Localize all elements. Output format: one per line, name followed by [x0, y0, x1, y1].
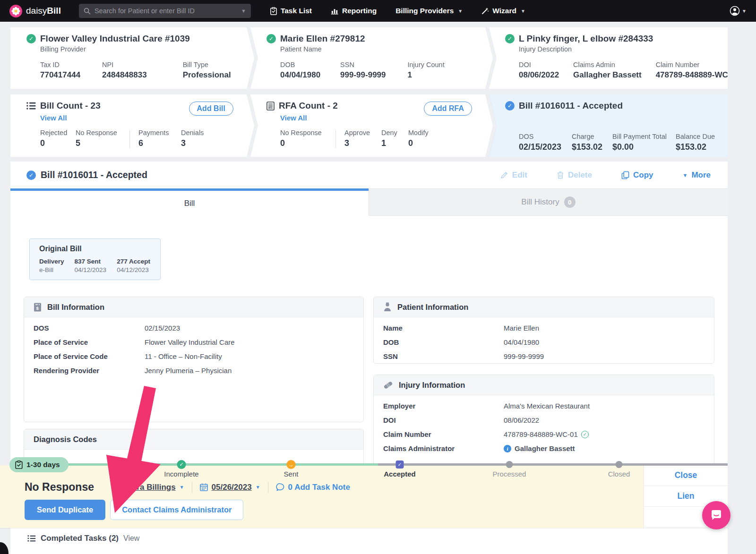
stat-label: Denials	[181, 129, 204, 136]
nav-wizard[interactable]: Wizard▼	[481, 7, 525, 15]
check-circle-icon: ✓	[26, 170, 36, 180]
original-bill-card[interactable]: Original Bill Deliverye-Bill 837 Sent04/…	[29, 239, 161, 280]
injury-card-title: L Pinky finger, L elbow #284333	[519, 34, 653, 44]
row-value: Marie Ellen	[504, 324, 539, 332]
check-circle-icon: ✓	[505, 101, 515, 111]
bill-information-title: Bill Information	[47, 303, 104, 312]
field-label: DOB	[280, 61, 320, 68]
contact-claims-admin-button[interactable]: Contact Claims Administrator	[110, 500, 243, 520]
billing-provider-card[interactable]: ✓ Flower Valley Industrial Care #1039 Bi…	[10, 27, 254, 89]
field-value: 770417444	[40, 70, 80, 80]
search-input[interactable]	[94, 7, 237, 15]
timeline-remaining-line	[378, 463, 728, 466]
stat-label: Modify	[408, 129, 429, 136]
stat-value: 3	[344, 138, 381, 148]
field-value: 04/04/1980	[280, 70, 320, 80]
stat-value: $153.02	[676, 142, 715, 152]
row-label: Claims Administrator	[383, 444, 504, 452]
info-icon: i	[504, 445, 511, 452]
col-value: 04/12/2023	[117, 266, 150, 273]
avatar-icon	[730, 6, 740, 16]
add-bill-button[interactable]: Add Bill	[189, 102, 233, 116]
col-header: 837 Sent	[75, 258, 107, 265]
row-value: 999-99-9999	[504, 352, 544, 360]
step-processed-icon	[506, 461, 513, 468]
chat-launcher-button[interactable]	[702, 501, 730, 529]
brand-logo[interactable]: daisyBill	[9, 5, 61, 17]
tab-bill-history[interactable]: Bill History 0	[369, 188, 728, 216]
history-count-badge: 0	[564, 196, 576, 208]
add-rfa-button[interactable]: Add RFA	[424, 102, 472, 116]
step-sent-icon: →	[287, 460, 296, 469]
rfa-view-all[interactable]: View All	[280, 114, 307, 122]
days-badge: 1-30 days	[9, 457, 69, 472]
brand-name: daisyBill	[26, 6, 61, 16]
more-button[interactable]: ▼ More	[682, 170, 711, 180]
user-menu[interactable]: ▼	[730, 6, 747, 16]
nav-reporting[interactable]: Reporting	[331, 7, 377, 15]
step-closed-icon	[616, 461, 623, 468]
search-dropdown-caret[interactable]: ▼	[241, 8, 246, 14]
field-value: Gallagher Bassett	[573, 70, 642, 80]
stat-value: $0.00	[612, 142, 664, 152]
bill-document-icon: $	[34, 302, 42, 312]
divider	[268, 482, 268, 493]
bill-information-panel: $ Bill Information DOS02/15/2023 Place o…	[24, 297, 364, 422]
edit-button[interactable]: Edit	[500, 170, 527, 180]
add-task-note-link[interactable]: 0 Add Task Note	[276, 483, 350, 492]
close-button[interactable]: Close	[644, 465, 728, 486]
bill-count-view-all[interactable]: View All	[40, 114, 67, 122]
stat-label: DOS	[519, 133, 560, 140]
row-label: SSN	[383, 352, 504, 360]
stat-value: 0	[408, 138, 429, 148]
trash-icon	[557, 171, 564, 179]
row-label: Rendering Provider	[34, 366, 145, 375]
svg-text:RFA: RFA	[268, 107, 273, 110]
field-label: SSN	[340, 61, 386, 68]
copy-button[interactable]: Copy	[621, 170, 653, 180]
step-label-sent: Sent	[284, 470, 299, 478]
calendar-icon	[200, 483, 208, 491]
corner-blob	[0, 542, 9, 554]
selected-bill-card[interactable]: ✓ Bill #1016011 - Accepted DOS02/15/2023…	[489, 94, 728, 157]
stat-label: No Response	[280, 129, 335, 136]
check-circle-icon: ✓	[266, 34, 276, 43]
list-icon	[27, 535, 36, 542]
stat-value: 1	[381, 138, 408, 148]
stat-label: No Response	[76, 129, 129, 136]
global-search[interactable]: ▼	[79, 4, 251, 18]
stat-label: Charge	[572, 133, 601, 140]
row-value: 02/15/2023	[145, 324, 180, 332]
tab-bill[interactable]: Bill	[10, 188, 369, 216]
row-label: Name	[383, 324, 504, 332]
stat-value: 5	[76, 138, 129, 148]
injury-information-panel: Injury Information EmployerAlma's Mexica…	[373, 375, 714, 465]
completed-tasks-view-link[interactable]: View	[123, 534, 139, 543]
row-value: 11 - Office – Non-Facility	[145, 352, 222, 360]
row-value: Flower Valley Industrial Care	[145, 338, 235, 346]
field-value: 2484848833	[102, 70, 147, 80]
verified-check-icon: ✓	[581, 431, 589, 438]
chevron-down-icon: ▼	[256, 485, 260, 490]
nav-task-list[interactable]: Task List	[270, 7, 312, 15]
injury-card[interactable]: ✓ L Pinky finger, L elbow #284333 Injury…	[489, 27, 728, 89]
search-icon	[84, 8, 91, 15]
patient-card[interactable]: ✓ Marie Ellen #279812 Patient Name DOB04…	[250, 27, 493, 89]
delete-button[interactable]: Delete	[557, 170, 592, 180]
chevron-down-icon: ▼	[521, 9, 525, 14]
comment-icon	[276, 483, 284, 491]
row-label: Place of Service Code	[34, 352, 145, 360]
due-date-selector[interactable]: 05/26/2023 ▼	[200, 483, 260, 492]
nav-billing-providers[interactable]: Billing Providers▼	[395, 7, 463, 15]
selected-bill-title: Bill #1016011 - Accepted	[519, 101, 623, 111]
app-root: daisyBill ▼ Task List Reporting Billing …	[0, 0, 756, 554]
send-duplicate-button[interactable]: Send Duplicate	[25, 500, 105, 520]
original-bill-title: Original Bill	[39, 245, 160, 253]
field-label: DOI	[519, 61, 559, 68]
field-value: 08/06/2022	[519, 70, 559, 80]
assignee-selector[interactable]: Flora Billings ▼	[114, 483, 184, 492]
rfa-document-icon: RFA	[266, 102, 275, 111]
patient-card-title: Marie Ellen #279812	[280, 34, 365, 44]
stat-value: 02/15/2023	[519, 142, 560, 152]
claims-admin-link[interactable]: iGallagher Bassett	[504, 444, 575, 452]
